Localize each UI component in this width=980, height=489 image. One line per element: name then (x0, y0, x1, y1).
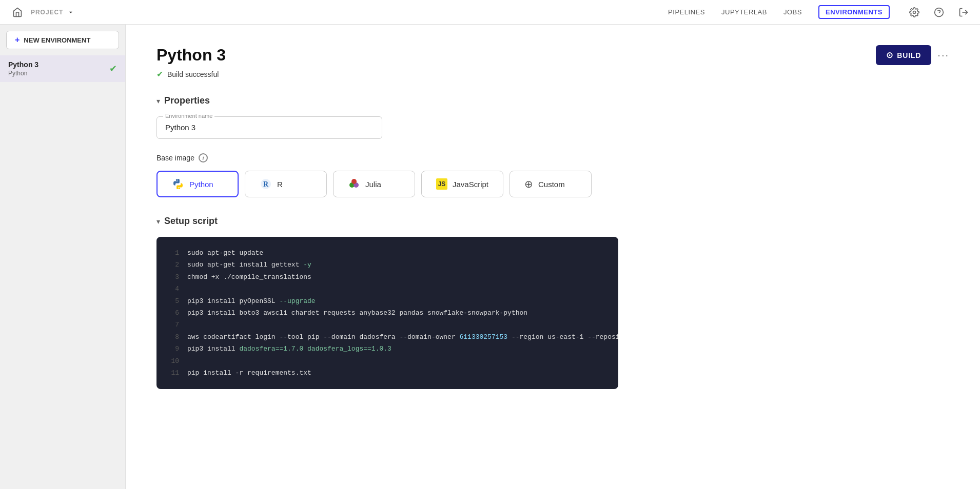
build-status: ✔ Build successful (156, 69, 949, 79)
env-header: Python 3 ⊙ BUILD ··· (156, 45, 949, 65)
more-options-button[interactable]: ··· (937, 49, 949, 61)
properties-chevron-icon: ▾ (156, 97, 160, 105)
python-logo-icon (172, 178, 184, 190)
sidebar-check-icon: ✔ (109, 63, 117, 74)
code-text-1: sudo apt-get update (187, 247, 263, 259)
settings-button[interactable] (906, 4, 923, 21)
code-text-10 (187, 355, 191, 367)
setup-chevron-icon: ▾ (156, 217, 160, 226)
nav-right: PIPELINES JUPYTERLAB JOBS ENVIRONMENTS (668, 4, 972, 21)
base-image-custom-button[interactable]: ⊕ Custom (509, 171, 592, 197)
code-text-5: pip3 install pyOpenSSL --upgrade (187, 295, 316, 307)
nav-pipelines[interactable]: PIPELINES (668, 6, 705, 18)
sidebar-item-sub: Python (8, 70, 38, 77)
code-text-7 (187, 319, 191, 331)
build-btn-label: BUILD (897, 51, 921, 59)
env-name-label: Environment name (163, 113, 214, 119)
new-environment-button[interactable]: + NEW ENVIRONMENT (6, 31, 119, 49)
env-name-input[interactable] (165, 123, 374, 132)
base-image-options: Python R R Julia (156, 171, 949, 197)
logout-button[interactable] (955, 4, 972, 21)
svg-text:R: R (263, 180, 269, 188)
code-line-5: 5 pip3 install pyOpenSSL --upgrade (169, 295, 606, 307)
code-text-11: pip install -r requirements.txt (187, 367, 311, 379)
line-num-11: 11 (169, 367, 179, 379)
home-button[interactable] (8, 3, 27, 22)
top-nav: PROJECT PIPELINES JUPYTERLAB JOBS ENVIRO… (0, 0, 980, 25)
r-btn-label: R (277, 180, 283, 189)
base-image-javascript-button[interactable]: JS JavaScript (421, 171, 503, 197)
nav-jobs[interactable]: JOBS (783, 6, 802, 18)
svg-point-0 (913, 11, 916, 13)
nav-environments[interactable]: ENVIRONMENTS (818, 5, 890, 19)
custom-plus-icon: ⊕ (524, 178, 533, 190)
project-dropdown[interactable] (67, 9, 74, 16)
line-num-6: 6 (169, 307, 179, 319)
code-line-6: 6 pip3 install boto3 awscli chardet requ… (169, 307, 606, 319)
base-image-label-text: Base image (156, 154, 194, 162)
nav-left: PROJECT (8, 3, 668, 22)
code-text-4 (187, 283, 191, 295)
env-title: Python 3 (156, 46, 226, 65)
javascript-logo-icon: JS (436, 178, 447, 190)
line-num-4: 4 (169, 283, 179, 295)
sidebar: + NEW ENVIRONMENT Python 3 Python ✔ (0, 25, 126, 489)
nav-icons (906, 4, 972, 21)
code-text-8: aws codeartifact login --tool pip --doma… (187, 331, 618, 343)
line-num-1: 1 (169, 247, 179, 259)
svg-point-8 (351, 179, 357, 184)
line-num-10: 10 (169, 355, 179, 367)
code-line-3: 3 chmod +x ./compile_translations (169, 271, 606, 283)
setup-section-header[interactable]: ▾ Setup script (156, 216, 949, 227)
nav-jupyterlab[interactable]: JUPYTERLAB (721, 6, 767, 18)
code-editor[interactable]: 1 sudo apt-get update 2 sudo apt-get ins… (156, 237, 618, 389)
build-button[interactable]: ⊙ BUILD (876, 45, 932, 65)
build-status-text: Build successful (167, 70, 219, 78)
line-num-5: 5 (169, 295, 179, 307)
python-btn-label: Python (189, 180, 213, 189)
env-name-input-wrapper: Environment name (156, 116, 382, 139)
content-area: Python 3 ⊙ BUILD ··· ✔ Build successful … (126, 25, 980, 489)
line-num-8: 8 (169, 331, 179, 343)
code-line-10: 10 (169, 355, 606, 367)
build-icon: ⊙ (886, 50, 893, 60)
base-image-python-button[interactable]: Python (156, 171, 239, 197)
base-image-label-row: Base image i (156, 153, 949, 162)
properties-section-header[interactable]: ▾ Properties (156, 95, 949, 106)
code-line-11: 11 pip install -r requirements.txt (169, 367, 606, 379)
code-text-2: sudo apt-get install gettext -y (187, 259, 311, 271)
code-text-3: chmod +x ./compile_translations (187, 271, 311, 283)
code-text-9: pip3 install dadosfera==1.7.0 dadosfera_… (187, 343, 391, 355)
julia-logo-icon (348, 178, 360, 190)
javascript-btn-label: JavaScript (453, 180, 488, 189)
env-header-actions: ⊙ BUILD ··· (876, 45, 950, 65)
setup-section: ▾ Setup script 1 sudo apt-get update 2 s… (156, 216, 949, 389)
line-num-9: 9 (169, 343, 179, 355)
status-check-icon: ✔ (156, 69, 163, 79)
sidebar-item-name: Python 3 (8, 60, 38, 69)
line-num-3: 3 (169, 271, 179, 283)
base-image-julia-button[interactable]: Julia (333, 171, 415, 197)
plus-icon: + (15, 35, 19, 45)
base-image-group: Base image i Python R (156, 153, 949, 197)
main-layout: + NEW ENVIRONMENT Python 3 Python ✔ Pyth… (0, 25, 980, 489)
code-line-4: 4 (169, 283, 606, 295)
code-text-6: pip3 install boto3 awscli chardet reques… (187, 307, 527, 319)
sidebar-item-info: Python 3 Python (8, 60, 38, 77)
r-logo-icon: R (260, 178, 272, 190)
properties-title: Properties (164, 95, 210, 106)
code-line-7: 7 (169, 319, 606, 331)
custom-btn-label: Custom (538, 180, 565, 189)
base-image-info-icon[interactable]: i (199, 153, 208, 162)
sidebar-item-python3[interactable]: Python 3 Python ✔ (0, 55, 125, 82)
code-line-8: 8 aws codeartifact login --tool pip --do… (169, 331, 606, 343)
code-line-2: 2 sudo apt-get install gettext -y (169, 259, 606, 271)
code-line-1: 1 sudo apt-get update (169, 247, 606, 259)
new-env-label: NEW ENVIRONMENT (24, 36, 90, 44)
line-num-7: 7 (169, 319, 179, 331)
help-button[interactable] (931, 4, 947, 21)
base-image-r-button[interactable]: R R (245, 171, 327, 197)
code-line-9: 9 pip3 install dadosfera==1.7.0 dadosfer… (169, 343, 606, 355)
project-label: PROJECT (31, 9, 63, 16)
env-name-field-group: Environment name (156, 116, 949, 139)
